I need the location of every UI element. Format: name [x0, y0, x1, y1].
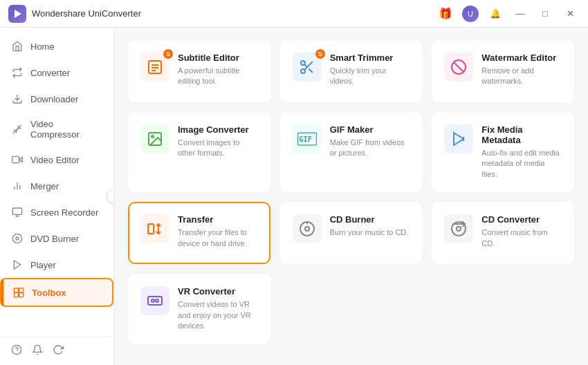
- sidebar-item-video-editor[interactable]: Video Editor: [0, 147, 113, 173]
- smart-trimmer-badge: S: [315, 49, 325, 59]
- svg-text:GIF: GIF: [299, 135, 312, 143]
- sidebar-item-downloader[interactable]: Downloader: [0, 86, 113, 112]
- watermark-editor-icon-wrap: [444, 53, 473, 82]
- sidebar-item-screen-recorder[interactable]: Screen Recorder: [0, 199, 113, 225]
- content-area: S Subtitle Editor A powerful subtitle ed…: [114, 28, 588, 365]
- close-button[interactable]: ✕: [560, 4, 580, 24]
- sidebar-item-converter[interactable]: Converter: [0, 59, 113, 86]
- subtitle-editor-desc: A powerful subtitle editing tool.: [178, 66, 258, 87]
- title-bar: Wondershare UniConverter 🎁 U 🔔 — □ ✕: [0, 0, 588, 28]
- sidebar-item-merger-label: Merger: [30, 181, 59, 191]
- sidebar-item-video-compressor[interactable]: Video Compressor: [0, 112, 113, 147]
- gift-button[interactable]: 🎁: [436, 4, 455, 24]
- sidebar-item-converter-label: Converter: [30, 68, 70, 78]
- cd-burner-info: CD Burner Burn your music to CD.: [330, 214, 410, 238]
- fix-media-metadata-title: Fix Media Metadata: [481, 124, 562, 145]
- cd-converter-desc: Convert music from CD.: [481, 227, 562, 249]
- sidebar-item-downloader-label: Downloader: [30, 94, 78, 104]
- tool-card-image-converter[interactable]: Image Converter Convert images to other …: [128, 112, 270, 192]
- transfer-info: Transfer Transfer your files to device o…: [178, 214, 258, 249]
- svg-point-47: [156, 299, 158, 302]
- video-compressor-icon: [11, 123, 24, 135]
- merger-icon: [11, 180, 24, 192]
- cd-converter-icon-wrap: [444, 214, 473, 243]
- svg-rect-9: [12, 208, 21, 214]
- notification-sidebar-icon[interactable]: [32, 344, 43, 358]
- dvd-burner-icon: [11, 232, 24, 245]
- tool-card-subtitle-editor[interactable]: S Subtitle Editor A powerful subtitle ed…: [128, 40, 270, 102]
- home-icon: [11, 40, 24, 53]
- sidebar-item-home-label: Home: [30, 41, 55, 52]
- watermark-editor-desc: Remove or add watermarks.: [481, 66, 562, 87]
- maximize-button[interactable]: □: [535, 4, 555, 24]
- svg-marker-36: [454, 133, 463, 145]
- sidebar-item-toolbox[interactable]: Toolbox: [0, 278, 113, 307]
- image-converter-title: Image Converter: [178, 124, 258, 135]
- tool-card-cd-burner[interactable]: CD Burner Burn your music to CD.: [280, 202, 423, 264]
- svg-rect-15: [14, 288, 18, 292]
- vr-converter-icon-wrap: [140, 286, 169, 315]
- gif-maker-icon-wrap: GIF: [293, 124, 322, 153]
- subtitle-editor-icon: [147, 59, 163, 75]
- tool-card-smart-trimmer[interactable]: S Smart Trimmer Quickly trim your videos…: [280, 40, 423, 102]
- svg-line-28: [309, 68, 313, 73]
- sidebar-item-video-compressor-label: Video Compressor: [30, 119, 102, 140]
- image-converter-icon: [147, 131, 163, 147]
- subtitle-editor-title: Subtitle Editor: [178, 53, 258, 63]
- fix-media-metadata-icon-wrap: [444, 124, 473, 153]
- tools-grid: S Subtitle Editor A powerful subtitle ed…: [128, 40, 574, 344]
- fix-media-metadata-icon: [450, 131, 467, 147]
- svg-line-31: [454, 62, 463, 72]
- smart-trimmer-icon-wrap: S: [293, 53, 322, 82]
- svg-marker-4: [19, 158, 23, 162]
- tool-card-fix-media-metadata[interactable]: Fix Media Metadata Auto-fix and edit med…: [432, 112, 574, 192]
- gift-icon: 🎁: [439, 7, 452, 20]
- subtitle-editor-badge: S: [163, 49, 173, 59]
- help-icon[interactable]: [11, 344, 22, 358]
- cd-burner-icon: [299, 221, 315, 237]
- minimize-button[interactable]: —: [511, 4, 530, 24]
- tool-card-vr-converter[interactable]: VR Converter Convert videos to VR and en…: [128, 274, 270, 344]
- sidebar-item-player[interactable]: Player: [0, 252, 113, 278]
- image-converter-info: Image Converter Convert images to other …: [178, 124, 258, 159]
- watermark-editor-title: Watermark Editor: [481, 53, 562, 63]
- smart-trimmer-info: Smart Trimmer Quickly trim your videos.: [330, 53, 410, 87]
- gif-maker-desc: Make GIF from videos or pictures.: [330, 138, 410, 159]
- svg-point-41: [305, 227, 309, 231]
- toolbox-icon: [12, 286, 25, 299]
- refresh-icon[interactable]: [53, 344, 64, 358]
- user-avatar[interactable]: U: [461, 4, 480, 24]
- cd-converter-info: CD Converter Convert music from CD.: [481, 214, 562, 249]
- gif-maker-title: GIF Maker: [330, 124, 410, 135]
- tool-card-cd-converter[interactable]: CD Converter Convert music from CD.: [432, 202, 574, 264]
- cd-converter-icon: [450, 221, 467, 237]
- sidebar-item-home[interactable]: Home: [0, 33, 113, 59]
- vr-converter-desc: Convert videos to VR and enjoy on your V…: [178, 299, 258, 331]
- transfer-icon: [147, 221, 163, 237]
- svg-point-26: [301, 69, 305, 73]
- sidebar-item-merger[interactable]: Merger: [0, 173, 113, 199]
- cd-burner-desc: Burn your music to CD.: [330, 227, 410, 238]
- sidebar-item-dvd-burner-label: DVD Burner: [30, 234, 79, 244]
- svg-rect-18: [19, 293, 24, 297]
- gif-maker-icon: GIF: [297, 132, 317, 146]
- tool-card-gif-maker[interactable]: GIF GIF Maker Make GIF from videos or pi…: [280, 112, 423, 192]
- svg-rect-16: [19, 288, 24, 292]
- sidebar-item-dvd-burner[interactable]: DVD Burner: [0, 225, 113, 252]
- svg-point-12: [12, 234, 21, 243]
- fix-media-metadata-desc: Auto-fix and edit media metadata of medi…: [481, 148, 562, 180]
- svg-rect-5: [12, 156, 19, 162]
- image-converter-icon-wrap: [140, 124, 169, 153]
- svg-rect-38: [148, 224, 154, 234]
- svg-point-13: [16, 237, 19, 240]
- cd-converter-title: CD Converter: [481, 214, 562, 225]
- notification-button[interactable]: 🔔: [486, 4, 505, 24]
- tool-card-transfer[interactable]: Transfer Transfer your files to device o…: [128, 202, 270, 264]
- vr-converter-info: VR Converter Convert videos to VR and en…: [178, 286, 258, 331]
- svg-marker-0: [15, 10, 21, 18]
- vr-converter-icon: [147, 292, 163, 309]
- player-icon: [11, 259, 24, 271]
- tool-card-watermark-editor[interactable]: Watermark Editor Remove or add watermark…: [432, 40, 574, 102]
- cd-burner-icon-wrap: [293, 214, 322, 243]
- cd-burner-title: CD Burner: [330, 214, 410, 225]
